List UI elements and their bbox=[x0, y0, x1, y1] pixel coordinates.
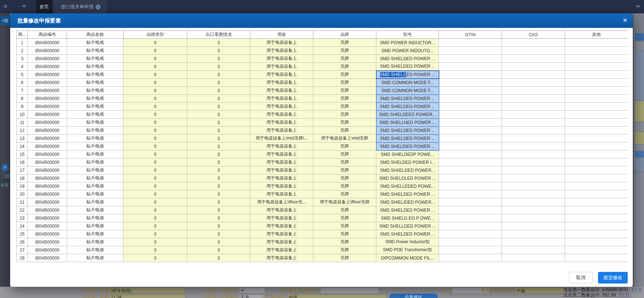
cell-other[interactable] bbox=[565, 79, 628, 87]
cell-usage[interactable]: 用于电器设备上 bbox=[250, 174, 313, 182]
cell-cas[interactable] bbox=[502, 166, 565, 174]
cell-product-name[interactable]: 贴片电感 bbox=[67, 246, 124, 254]
cell-export-pref[interactable]: 3 bbox=[187, 79, 250, 87]
cell-brand-type[interactable]: 0 bbox=[124, 222, 187, 230]
cell-export-pref[interactable]: 3 bbox=[187, 103, 250, 111]
cell-product-name[interactable]: 贴片电感 bbox=[67, 166, 124, 174]
cell-cas[interactable] bbox=[502, 238, 565, 246]
cell-brand-type[interactable]: 0 bbox=[124, 71, 187, 79]
cell-usage[interactable]: 用于电器设备上 bbox=[250, 182, 313, 190]
cell-product-code[interactable]: 8504500000 bbox=[28, 103, 67, 111]
cell-other[interactable] bbox=[565, 222, 628, 230]
cell-cas[interactable] bbox=[502, 103, 565, 111]
cell-other[interactable] bbox=[565, 150, 628, 158]
tab-import-declaration[interactable]: 进口报关单申报✕ bbox=[54, 0, 107, 13]
cell-model[interactable]: SMD SHIELDEED POWER... bbox=[376, 111, 439, 119]
cell-product-code[interactable]: 8504500000 bbox=[28, 47, 67, 55]
cell-other[interactable] bbox=[565, 246, 628, 254]
cell-brand[interactable]: 无牌 bbox=[313, 111, 376, 119]
cell-export-pref[interactable]: 3 bbox=[187, 150, 250, 158]
cell-product-code[interactable]: 8504500000 bbox=[28, 230, 67, 238]
cell-product-code[interactable]: 8504500000 bbox=[28, 95, 67, 103]
tabs-scroll-right-icon[interactable]: »» bbox=[636, 3, 639, 9]
cell-product-code[interactable]: 8504500000 bbox=[28, 119, 67, 127]
cell-usage[interactable]: 用于电器设备上 bbox=[250, 190, 313, 198]
cell-model[interactable]: SMD COMMON MODE F... bbox=[376, 79, 439, 87]
cell-brand-type[interactable]: 0 bbox=[124, 214, 187, 222]
cell-gtin[interactable] bbox=[439, 230, 502, 238]
cell-product-code[interactable]: 8504500000 bbox=[28, 214, 67, 222]
cell-product-code[interactable]: 8504500000 bbox=[28, 206, 67, 214]
cell-brand[interactable]: 无牌 bbox=[313, 63, 376, 71]
cell-cas[interactable] bbox=[502, 246, 565, 254]
cell-brand-type[interactable]: 0 bbox=[124, 79, 187, 87]
cell-brand[interactable]: 无牌 bbox=[313, 79, 376, 87]
cell-other[interactable] bbox=[565, 63, 628, 71]
cell-brand-type[interactable]: 0 bbox=[124, 254, 187, 262]
cell-brand-type[interactable]: 0 bbox=[124, 150, 187, 158]
cell-gtin[interactable] bbox=[439, 134, 502, 142]
cell-brand-type[interactable]: 0 bbox=[124, 55, 187, 63]
cell-other[interactable] bbox=[565, 95, 628, 103]
cell-other[interactable] bbox=[565, 238, 628, 246]
cell-export-pref[interactable]: 3 bbox=[187, 222, 250, 230]
cell-gtin[interactable] bbox=[439, 222, 502, 230]
cell-product-name[interactable]: 贴片电感 bbox=[67, 47, 124, 55]
cell-gtin[interactable] bbox=[439, 71, 502, 79]
cell-product-code[interactable]: 8504500000 bbox=[28, 127, 67, 134]
cell-brand-type[interactable]: 0 bbox=[124, 111, 187, 119]
cell-product-code[interactable]: 8504500000 bbox=[28, 134, 67, 142]
field-input[interactable]: 11.34 bbox=[109, 294, 185, 298]
tabs-scroll-left-icon[interactable]: «« bbox=[22, 3, 25, 9]
cell-model[interactable]: SMD SHIELDED POWER ... bbox=[376, 134, 439, 142]
cell-cas[interactable] bbox=[502, 55, 565, 63]
cell-usage[interactable]: 用于电器设备上 bbox=[250, 95, 313, 103]
field-input[interactable] bbox=[320, 287, 380, 294]
cell-product-name[interactable]: 贴片电感 bbox=[67, 222, 124, 230]
cell-gtin[interactable] bbox=[439, 182, 502, 190]
tab-home[interactable]: 首页 bbox=[36, 0, 52, 13]
cell-export-pref[interactable]: 3 bbox=[187, 230, 250, 238]
cell-brand-type[interactable]: 0 bbox=[124, 95, 187, 103]
cell-model[interactable]: SMD SHIELDED POWER ... bbox=[376, 190, 439, 198]
cell-model[interactable]: SMD SHIELDED POWER ... bbox=[376, 71, 439, 79]
cell-cas[interactable] bbox=[502, 230, 565, 238]
cell-brand[interactable]: 无牌 bbox=[313, 238, 376, 246]
cell-brand[interactable]: 无牌 bbox=[313, 214, 376, 222]
cell-brand-type[interactable]: 0 bbox=[124, 142, 187, 150]
cell-cas[interactable] bbox=[502, 142, 565, 150]
cell-usage[interactable]: 用于电器设备上 bbox=[250, 111, 313, 119]
cell-export-pref[interactable]: 3 bbox=[187, 55, 250, 63]
cell-product-name[interactable]: 贴片电感 bbox=[67, 174, 124, 182]
cell-brand-type[interactable]: 0 bbox=[124, 39, 187, 47]
cell-brand[interactable]: 无牌 bbox=[313, 190, 376, 198]
cell-cas[interactable] bbox=[502, 79, 565, 87]
cell-model[interactable]: SMD SHI/ELDED POWER... bbox=[376, 166, 439, 174]
cell-usage[interactable]: 用于电器设备上 bbox=[250, 230, 313, 238]
cell-usage[interactable]: 用于电器设备上 bbox=[250, 39, 313, 47]
cell-cas[interactable] bbox=[502, 111, 565, 119]
cell-export-pref[interactable]: 3 bbox=[187, 206, 250, 214]
cell-usage[interactable]: 用于电器设备上 bbox=[250, 142, 313, 150]
cell-product-name[interactable]: 贴片电感 bbox=[67, 71, 124, 79]
cell-product-code[interactable]: 8504500000 bbox=[28, 198, 67, 206]
cell-product-code[interactable]: 8504500000 bbox=[28, 158, 67, 166]
cell-product-name[interactable]: 贴片电感 bbox=[67, 214, 124, 222]
cell-model[interactable]: SMD SHIELDEDP POWE... bbox=[376, 150, 439, 158]
cell-usage[interactable]: 用于电器设备上 bbox=[250, 214, 313, 222]
cell-other[interactable] bbox=[565, 134, 628, 142]
cell-other[interactable] bbox=[565, 39, 628, 47]
cell-export-pref[interactable]: 3 bbox=[187, 95, 250, 103]
cell-model[interactable]: SMD SHIELDEO POWER ... bbox=[376, 103, 439, 111]
cell-cas[interactable] bbox=[502, 182, 565, 190]
cell-product-name[interactable]: 贴片电感 bbox=[67, 55, 124, 63]
cell-product-code[interactable]: 8504500000 bbox=[28, 174, 67, 182]
cell-other[interactable] bbox=[565, 47, 628, 55]
cell-product-code[interactable]: 8504500000 bbox=[28, 190, 67, 198]
cell-usage[interactable]: 用于电器设备上 bbox=[250, 87, 313, 95]
cell-cas[interactable] bbox=[502, 254, 565, 262]
cell-gtin[interactable] bbox=[439, 79, 502, 87]
cell-export-pref[interactable]: 3 bbox=[187, 238, 250, 246]
cell-gtin[interactable] bbox=[439, 238, 502, 246]
cell-product-code[interactable]: 8504500000 bbox=[28, 142, 67, 150]
